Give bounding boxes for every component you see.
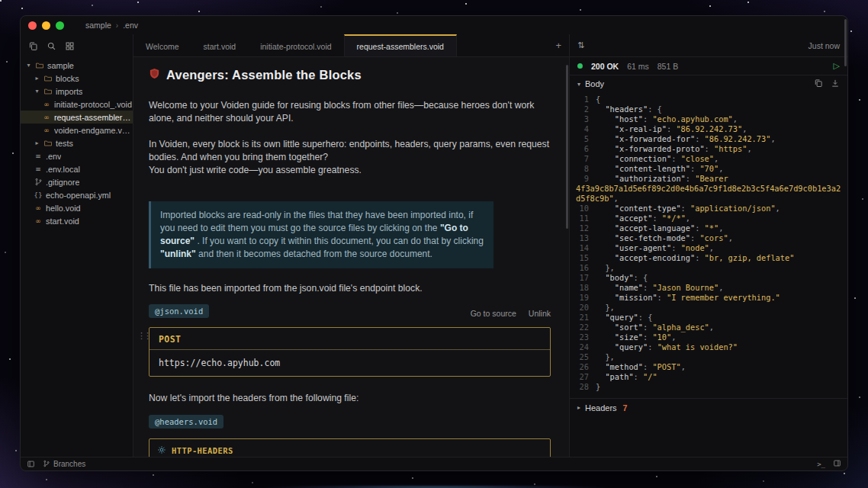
line-number: 10 [576, 204, 589, 214]
sidebar-item-echo-openapi-yml[interactable]: {}echo-openapi.yml [21, 188, 133, 201]
sort-arrows-icon[interactable]: ⇅ [577, 40, 584, 50]
gear-icon [157, 444, 166, 457]
close-window-button[interactable] [28, 21, 37, 30]
doc-paragraph-intro: Welcome to your Voiden guide for reusing… [149, 99, 551, 125]
code-token: "*" [705, 223, 719, 233]
document-scrollbar[interactable] [566, 65, 568, 229]
layout-toggle-icon[interactable] [833, 459, 841, 469]
unlink-link[interactable]: Unlink [529, 309, 551, 318]
tab-request-assemblers-void[interactable]: request-assemblers.void [344, 34, 457, 56]
sidebar-item-tests[interactable]: ▸tests [21, 136, 133, 149]
code-token: "86.92.242.73" [705, 134, 771, 143]
code-token [596, 293, 615, 302]
import-chip-json-void[interactable]: @json.void [149, 304, 209, 318]
breadcrumb-file[interactable]: .env [123, 21, 138, 30]
saved-status: Just now [809, 41, 840, 50]
code-token: , [728, 233, 733, 242]
code-token [596, 243, 615, 252]
chevron-right-icon: ▸ [34, 140, 40, 146]
response-time: 61 ms [627, 62, 649, 71]
file-label: blocks [56, 74, 79, 83]
statusbar-right: >_ [817, 459, 841, 469]
code-line: 24 "query": "what is voiden?" [576, 342, 843, 352]
copy-icon[interactable] [814, 77, 823, 91]
code-token: , [686, 214, 690, 223]
code-token: , [719, 164, 723, 173]
code-token: "headers" [605, 104, 648, 114]
code-line: 10 "content-type": "application/json", [576, 204, 843, 214]
sidebar-item-env-local[interactable]: ≡.env.local [21, 162, 133, 175]
download-icon[interactable] [831, 77, 840, 91]
code-token [596, 372, 605, 381]
sidebar-item-imports[interactable]: ▾imports [21, 85, 133, 98]
file-label: sample [47, 61, 74, 70]
code-token: : { [638, 313, 653, 322]
breadcrumb-project[interactable]: sample [85, 21, 111, 30]
line-number: 5 [576, 134, 589, 144]
block-actions: Go to source Unlink [471, 309, 551, 318]
copy-file-icon[interactable] [28, 41, 38, 51]
sidebar-item-blocks[interactable]: ▸blocks [21, 72, 133, 85]
zoom-window-button[interactable] [56, 21, 64, 30]
folder-icon [35, 61, 44, 69]
code-token [596, 283, 615, 292]
line-number: 27 [576, 372, 589, 382]
request-block: ⋮⋮ POST https://echo.apyhub.com [149, 327, 551, 377]
sidebar-item-start-void[interactable]: ∞start.void [21, 214, 133, 227]
sidebar-item-env[interactable]: ≡.env [21, 149, 133, 162]
new-tab-button[interactable]: + [555, 40, 561, 51]
code-token: "I remember everything." [667, 293, 780, 302]
code-token: }, [596, 303, 615, 312]
import-chip-headers-void[interactable]: @headers.void [149, 415, 223, 429]
document-title-row: Avengers: Assemble the Blocks [149, 68, 551, 82]
code-token [596, 253, 615, 262]
chevron-right-icon: ▸ [34, 75, 40, 82]
tab-initiate-protocol-void[interactable]: initiate-protocol.void [248, 34, 343, 56]
git-branch-icon [43, 460, 50, 469]
code-token: : { [648, 104, 662, 114]
sidebar-item-voiden-endgame-void[interactable]: ∞voiden-endgame.void [21, 124, 133, 136]
tab-welcome[interactable]: Welcome [133, 34, 191, 56]
tab-start-void[interactable]: start.void [191, 34, 249, 56]
grid-view-icon[interactable] [65, 41, 75, 51]
drag-handle-icon[interactable]: ⋮⋮ [137, 332, 149, 339]
response-scrollbar[interactable] [844, 19, 847, 66]
chevron-down-icon[interactable]: ▾ [577, 81, 580, 88]
minimize-window-button[interactable] [42, 21, 50, 30]
code-token [596, 104, 605, 114]
panel-toggle-icon[interactable] [27, 460, 35, 468]
sidebar-item-initiate-protocol-void[interactable]: ∞initiate-protocol_.void [21, 98, 133, 111]
response-body-header[interactable]: ▾ Body [570, 75, 847, 92]
sidebar-item-sample[interactable]: ▾sample [21, 59, 133, 72]
http-headers-header: HTTP-HEADERS [149, 439, 550, 457]
response-headers-header[interactable]: ▸ Headers 7 [570, 398, 847, 416]
code-line: 1{ [576, 95, 843, 104]
file-label: imports [56, 87, 82, 96]
send-request-icon[interactable]: ▷ [834, 61, 840, 71]
code-token: , [614, 194, 619, 203]
folder-icon [43, 87, 53, 95]
go-to-source-link[interactable]: Go to source [471, 309, 516, 318]
chevron-down-icon: ▾ [34, 88, 40, 95]
file-label: .env [46, 152, 61, 161]
sidebar-item-gitignore[interactable]: .gitignore [21, 175, 133, 188]
branches-label: Branches [53, 460, 85, 468]
code-token: "10" [652, 332, 671, 342]
sidebar-item-hello-void[interactable]: ∞hello.void [21, 201, 133, 214]
headers-count-badge: 7 [623, 403, 628, 413]
code-token [596, 332, 615, 342]
code-token [596, 273, 605, 282]
chevron-right-icon[interactable]: ▸ [577, 404, 580, 411]
request-url-field[interactable]: https://echo.apyhub.com [149, 349, 550, 376]
code-token: "query" [605, 313, 638, 322]
code-token: , [709, 243, 714, 252]
terminal-icon[interactable]: >_ [817, 461, 825, 468]
response-size: 851 B [657, 62, 678, 71]
code-token: , [733, 114, 738, 124]
sidebar-item-request-assemblers-v[interactable]: ∞request-assemblers.v... [21, 111, 133, 124]
code-token [596, 223, 615, 233]
line-number: 17 [576, 273, 589, 283]
search-icon[interactable] [47, 41, 56, 51]
code-token: , [742, 124, 747, 133]
branches-button[interactable]: Branches [43, 460, 85, 469]
